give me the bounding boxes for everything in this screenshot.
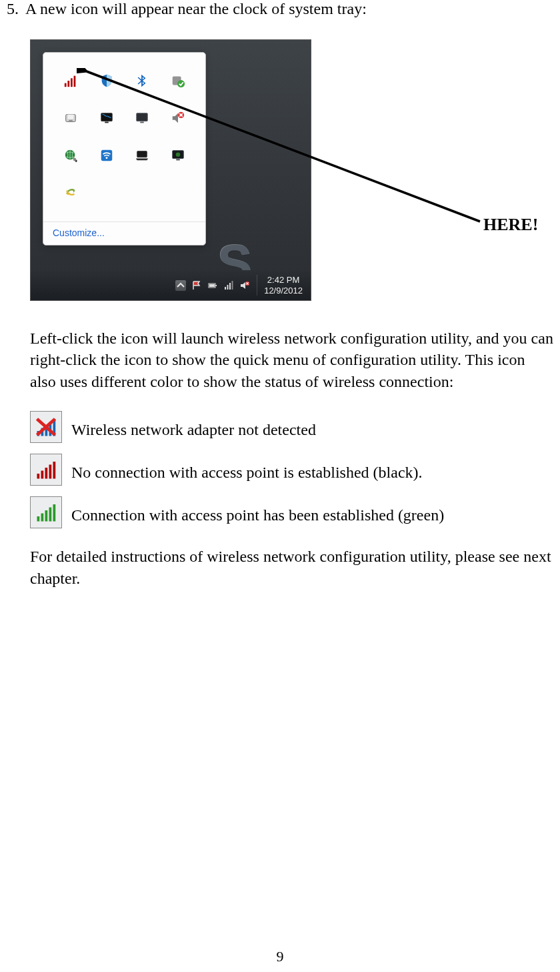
svg-rect-41	[41, 514, 44, 522]
taskbar-date: 12/9/2012	[264, 286, 303, 296]
signal-bars-red-icon[interactable]	[54, 63, 87, 98]
svg-rect-40	[37, 516, 40, 522]
page-number: 9	[0, 948, 560, 965]
status-item: Wireless network adapter not detected	[30, 411, 553, 443]
description-paragraph-2: For detailed instructions of wireless ne…	[30, 546, 553, 589]
taskbar: 2:42 PM 12/9/2012	[31, 270, 311, 300]
network-icon[interactable]	[223, 276, 234, 295]
status-list: Wireless network adapter not detected No…	[30, 411, 553, 528]
svg-rect-3	[73, 76, 75, 87]
taskbar-tray-icons	[175, 276, 250, 295]
step-heading: 5. A new icon will appear near the clock…	[7, 0, 553, 18]
green-check-icon[interactable]	[161, 63, 195, 98]
status-icon-not-detected	[30, 411, 62, 443]
status-icon-connected	[30, 496, 62, 528]
description-paragraph-1: Left-click the icon will launch wireless…	[30, 328, 553, 392]
display-icon[interactable]	[126, 101, 159, 135]
svg-rect-37	[45, 468, 48, 479]
content-area: S	[30, 18, 553, 589]
svg-rect-0	[65, 83, 67, 87]
svg-rect-7	[69, 120, 73, 121]
tray-customize-link[interactable]: Customize...	[43, 221, 205, 245]
monitor-black-icon[interactable]	[90, 101, 123, 135]
svg-rect-10	[137, 113, 148, 121]
step-number: 5.	[7, 0, 19, 18]
gpu-icon[interactable]	[161, 138, 195, 173]
svg-rect-24	[225, 287, 226, 290]
svg-rect-9	[105, 122, 109, 123]
screenshot-figure: S	[30, 39, 311, 301]
svg-point-16	[105, 157, 107, 159]
tray-icon-grid	[43, 53, 205, 221]
chevron-up-icon[interactable]	[175, 280, 186, 291]
status-label: Connection with access point has been es…	[71, 506, 444, 528]
svg-rect-35	[37, 474, 40, 479]
arrows-yellow-icon[interactable]	[54, 175, 87, 210]
wifi-blue-icon[interactable]	[90, 138, 123, 173]
volume-muted-icon[interactable]	[239, 276, 250, 295]
status-item: No connection with access point is estab…	[30, 454, 553, 486]
svg-rect-27	[232, 281, 233, 290]
svg-rect-42	[45, 510, 48, 522]
svg-point-14	[73, 158, 77, 161]
svg-rect-1	[67, 81, 69, 87]
svg-rect-23	[209, 284, 215, 287]
flag-icon[interactable]	[191, 276, 202, 295]
svg-rect-38	[49, 465, 52, 479]
step-text: A new icon will appear near the clock of…	[25, 0, 367, 18]
taskbar-time: 2:42 PM	[264, 275, 303, 286]
svg-rect-22	[215, 285, 217, 286]
battery-icon[interactable]	[207, 276, 218, 295]
svg-rect-39	[53, 462, 56, 479]
status-label: No connection with access point is estab…	[71, 464, 423, 486]
svg-rect-17	[137, 151, 147, 157]
svg-point-19	[176, 152, 180, 156]
bluetooth-icon[interactable]	[126, 63, 159, 98]
svg-rect-11	[141, 122, 145, 123]
shield-blue-icon[interactable]	[90, 63, 123, 98]
desktop-screenshot: S	[30, 39, 311, 301]
taskbar-clock[interactable]: 2:42 PM 12/9/2012	[257, 275, 305, 296]
laptop-dark-icon[interactable]	[126, 138, 159, 173]
speaker-muted-icon[interactable]	[161, 101, 195, 135]
svg-rect-44	[53, 504, 56, 522]
status-icon-no-connection	[30, 454, 62, 486]
callout-label: HERE!	[483, 215, 538, 235]
drive-icon[interactable]	[54, 101, 87, 135]
svg-rect-43	[49, 508, 52, 522]
status-label: Wireless network adapter not detected	[71, 421, 316, 443]
globe-icon[interactable]	[54, 138, 87, 173]
svg-rect-25	[227, 285, 229, 290]
svg-rect-36	[41, 471, 44, 479]
svg-rect-26	[229, 283, 231, 290]
svg-point-5	[177, 80, 185, 87]
status-item: Connection with access point has been es…	[30, 496, 553, 528]
tray-overflow-panel: Customize...	[43, 52, 206, 246]
svg-rect-20	[176, 159, 180, 161]
svg-rect-2	[71, 78, 73, 87]
